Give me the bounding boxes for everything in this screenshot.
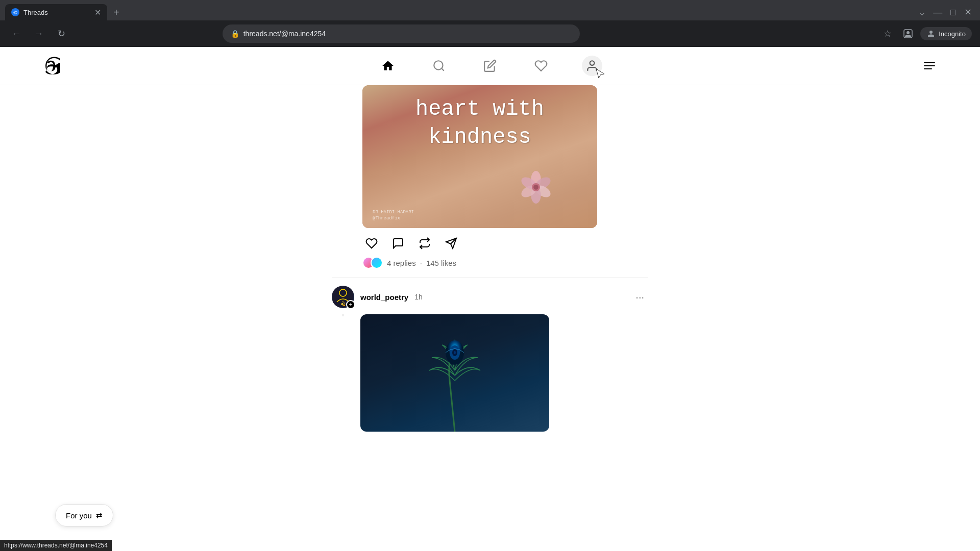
- post-time: 1h: [414, 293, 423, 301]
- window-controls: ⌵ — □ ✕: [919, 7, 980, 18]
- new-tab-button[interactable]: +: [109, 7, 124, 18]
- tab-favicon: @: [11, 8, 19, 16]
- repost-button[interactable]: [415, 234, 434, 253]
- stats-dot: ·: [420, 259, 422, 267]
- for-you-label: For you: [66, 511, 92, 520]
- nav-home-button[interactable]: [378, 56, 398, 76]
- post-meta: world_poetry 1h: [360, 293, 631, 302]
- close-btn[interactable]: ✕: [964, 7, 972, 18]
- status-bar: https://www.threads.net/@ma.ine4254: [0, 540, 112, 551]
- tab-bar: @ Threads ✕ + ⌵ — □ ✕: [0, 0, 980, 20]
- back-button[interactable]: ←: [8, 26, 24, 42]
- address-actions: ☆ Incognito: [879, 26, 972, 42]
- post-action-buttons: [332, 228, 648, 257]
- tab-title: Threads: [23, 9, 90, 16]
- comment-button[interactable]: [389, 234, 407, 253]
- post-image-container: heart with kindness: [362, 85, 648, 228]
- nav-icons: [378, 56, 602, 76]
- lock-icon: 🔒: [231, 30, 239, 38]
- forward-button[interactable]: →: [31, 26, 47, 42]
- feed-content: heart with kindness: [0, 85, 980, 551]
- threads-logo[interactable]: [41, 56, 61, 76]
- maximize-btn[interactable]: □: [950, 7, 956, 18]
- reload-button[interactable]: ↻: [53, 26, 69, 42]
- address-bar-row: ← → ↻ 🔒 threads.net/@ma.ine4254 ☆ Incogn…: [0, 20, 980, 47]
- post-avatar-wrap: 💫 +: [332, 286, 354, 308]
- svg-point-3: [906, 31, 910, 34]
- feed-column: heart with kindness: [332, 85, 648, 551]
- share-button[interactable]: [442, 234, 460, 253]
- profile-switcher-button[interactable]: [900, 26, 916, 42]
- flower-decoration: [516, 167, 556, 208]
- refresh-icon: ⇄: [96, 511, 103, 520]
- minimize-btn[interactable]: —: [933, 7, 942, 18]
- avatar-group: [362, 257, 383, 269]
- kindness-image: heart with kindness: [362, 85, 597, 228]
- post-username[interactable]: world_poetry: [360, 293, 408, 302]
- svg-point-13: [533, 185, 538, 190]
- bookmark-button[interactable]: ☆: [879, 26, 896, 42]
- peacock-feather-svg: [404, 330, 506, 432]
- thread-line: [342, 314, 344, 316]
- menu-button[interactable]: [920, 58, 939, 73]
- replies-count[interactable]: 4 replies: [387, 259, 416, 267]
- kindness-text: heart with kindness: [383, 95, 577, 151]
- status-url: https://www.threads.net/@ma.ine4254: [4, 542, 108, 549]
- address-bar[interactable]: 🔒 threads.net/@ma.ine4254: [223, 24, 580, 43]
- watermark: DR HAIDI HADARI @Threadfix: [373, 209, 414, 222]
- svg-point-5: [590, 61, 595, 65]
- avatar-2: [371, 257, 383, 269]
- incognito-button[interactable]: Incognito: [920, 27, 972, 40]
- incognito-label: Incognito: [939, 30, 966, 38]
- likes-count[interactable]: 145 likes: [426, 259, 456, 267]
- nav-compose-button[interactable]: [480, 56, 500, 76]
- post-1: heart with kindness: [332, 85, 648, 277]
- threads-nav: [0, 47, 980, 85]
- browser-chrome: @ Threads ✕ + ⌵ — □ ✕ ← → ↻ 🔒 threads.ne…: [0, 0, 980, 47]
- svg-text:@: @: [13, 10, 17, 15]
- tab-close-btn[interactable]: ✕: [94, 8, 101, 17]
- tab-list-icon[interactable]: ⌵: [919, 7, 925, 18]
- post-image-2: [360, 314, 549, 432]
- nav-profile-button[interactable]: [582, 56, 602, 76]
- post-2: 💫 + world_poetry 1h: [332, 278, 648, 432]
- svg-point-4: [434, 61, 443, 69]
- active-tab[interactable]: @ Threads ✕: [5, 4, 107, 20]
- for-you-button[interactable]: For you ⇄: [55, 504, 113, 527]
- post-stats: 4 replies · 145 likes: [332, 257, 648, 277]
- more-options-button[interactable]: ···: [631, 289, 648, 305]
- like-button[interactable]: [362, 234, 381, 253]
- page-content: heart with kindness: [0, 47, 980, 551]
- nav-likes-button[interactable]: [531, 56, 551, 76]
- follow-badge[interactable]: +: [346, 300, 355, 309]
- svg-point-22: [454, 351, 456, 354]
- post-header: 💫 + world_poetry 1h: [332, 286, 648, 314]
- url-text: threads.net/@ma.ine4254: [243, 30, 572, 38]
- nav-search-button[interactable]: [429, 56, 449, 76]
